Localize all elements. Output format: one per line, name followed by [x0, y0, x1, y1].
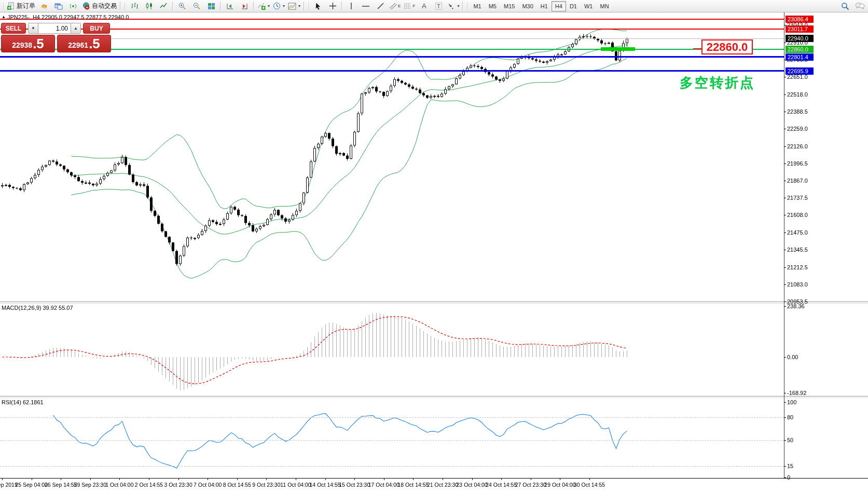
toolbar-separator — [304, 2, 305, 10]
highlighted-support-segment[interactable] — [601, 47, 635, 51]
tile-windows-button[interactable] — [204, 1, 218, 11]
price-level-line[interactable] — [0, 70, 784, 72]
timeframe-button-m1[interactable]: M1 — [470, 1, 485, 11]
price-tick-label: 21608.0 — [787, 212, 808, 218]
pane-separator-macd[interactable] — [0, 302, 868, 304]
timeframe-button-h1[interactable]: H1 — [537, 1, 552, 11]
time-axis-label: 7 Oct 04:00 — [194, 482, 222, 488]
symbol-title: JPN225-, H4 22905.0 22947.5 22877.5 2294… — [7, 14, 129, 20]
volume-decrease-button[interactable]: ▼ — [28, 23, 38, 34]
equidistant-channel-button[interactable]: E — [388, 1, 402, 11]
blue-window-icon-button[interactable] — [51, 1, 66, 11]
bar-chart-icon — [131, 2, 139, 10]
price-tick-label: 22126.0 — [787, 143, 808, 149]
price-tick-label: 22651.0 — [787, 74, 808, 80]
timeframe-button-m30[interactable]: M30 — [518, 1, 536, 11]
time-axis-label: 1 Oct 04:00 — [105, 482, 133, 488]
toolbar-grip — [307, 2, 310, 10]
indicators-button[interactable]: ▾ — [256, 1, 271, 11]
price-tick-label: 22259.0 — [787, 126, 808, 132]
rsi-tick-label: 100 — [787, 399, 796, 405]
price-level-label: 23011.7 — [786, 25, 814, 33]
bar-chart-button[interactable] — [127, 1, 142, 11]
new-order-button[interactable]: 新订单 — [6, 1, 37, 11]
buy-button[interactable]: BUY — [83, 23, 110, 34]
search-button[interactable] — [838, 1, 852, 11]
time-axis-label: 9 Oct 23:30 — [252, 482, 280, 488]
turning-point-note[interactable]: 多空转折点 — [680, 74, 755, 92]
price-tick-mark — [784, 250, 786, 250]
time-tick-mark — [237, 478, 238, 480]
line-chart-button[interactable] — [156, 1, 171, 11]
trendline-button[interactable] — [373, 1, 388, 11]
price-level-line[interactable] — [0, 56, 784, 58]
periods-button[interactable]: ▾ — [271, 1, 286, 11]
timeframe-button-h4[interactable]: H4 — [552, 1, 566, 11]
price-tick-mark — [784, 198, 786, 198]
time-axis-label: 18 Oct 14:55 — [397, 482, 429, 488]
text-button[interactable]: A — [417, 1, 431, 11]
timeframe-button-d1[interactable]: D1 — [566, 1, 581, 11]
price-tick-label: 21737.5 — [787, 195, 808, 201]
templates-button[interactable]: ▾ — [286, 1, 302, 11]
gold-icon-button[interactable] — [37, 1, 51, 11]
macd-tick-mark — [784, 393, 786, 393]
zoom-out-button[interactable] — [189, 1, 204, 11]
zoom-in-button[interactable] — [175, 1, 189, 11]
price-level-line[interactable] — [0, 38, 784, 39]
sell-button[interactable]: SELL — [1, 23, 26, 34]
price-annotation-box[interactable]: 22860.0 — [701, 39, 753, 54]
search-icon — [841, 2, 849, 10]
sell-price-button[interactable]: 22938 .5 — [1, 35, 55, 52]
auto-trading-label: 自动交易 — [92, 2, 117, 10]
toolbar: 新订单 自动交易 — [0, 0, 868, 12]
price-tick-label: 21867.0 — [787, 177, 808, 184]
chat-button[interactable] — [852, 1, 867, 11]
toolbar-grip — [466, 2, 469, 10]
horizontal-line-icon — [362, 3, 370, 10]
price-annotation-tick — [693, 48, 701, 49]
crosshair-button[interactable] — [325, 1, 340, 11]
price-tick-mark — [784, 94, 786, 95]
price-level-line[interactable] — [0, 49, 784, 50]
channel-tool-label: E — [398, 4, 401, 8]
time-axis-label: 26 Sep 14:55 — [45, 482, 77, 488]
volume-input[interactable] — [38, 23, 71, 34]
auto-scroll-button[interactable] — [223, 1, 237, 11]
time-axis-label: 29 Oct 04:00 — [544, 482, 575, 488]
chart-shift-button[interactable] — [237, 1, 252, 11]
fibonacci-button[interactable]: F — [402, 1, 417, 11]
vertical-line-button[interactable] — [344, 1, 359, 11]
pane-separator-rsi[interactable] — [0, 396, 868, 398]
macd-tick-label: 0.00 — [787, 354, 798, 360]
price-level-label: 22801.4 — [786, 53, 814, 61]
candlestick-chart-button[interactable] — [142, 1, 156, 11]
volume-increase-button[interactable]: ▲ — [71, 23, 81, 34]
time-axis-label: 8 Oct 14:55 — [223, 482, 251, 488]
signal-icon-button[interactable] — [66, 1, 80, 11]
sell-price: 22938 — [12, 40, 32, 50]
price-level-label: 22695.9 — [786, 67, 814, 75]
horizontal-line-button[interactable] — [359, 1, 373, 11]
timeframe-button-m5[interactable]: M5 — [485, 1, 500, 11]
macd-caption: MACD(12,26,9) 39.92 55.07 — [2, 305, 73, 311]
timeframe-button-w1[interactable]: W1 — [581, 1, 597, 11]
price-tick-mark — [784, 129, 786, 129]
time-axis-label: 25 Sep 04:00 — [15, 482, 47, 488]
timeframe-button-m15[interactable]: M15 — [500, 1, 518, 11]
cursor-button[interactable] — [311, 1, 325, 11]
crosshair-icon — [329, 2, 337, 10]
price-level-line[interactable] — [0, 29, 784, 30]
arrows-button[interactable]: ▾ — [446, 1, 461, 11]
text-label-button[interactable]: T — [431, 1, 446, 11]
timeframe-button-mn[interactable]: MN — [596, 1, 612, 11]
auto-trading-button[interactable]: 自动交易 — [80, 1, 118, 11]
fibonacci-icon — [404, 2, 412, 10]
sell-price-fraction: .5 — [33, 37, 44, 50]
time-tick-mark — [61, 478, 61, 480]
indicators-icon — [257, 2, 266, 10]
time-axis-label: 14 Oct 14:55 — [310, 482, 341, 488]
buy-price-button[interactable]: 22961 .5 — [57, 35, 111, 52]
price-level-label: 23086.4 — [786, 16, 814, 23]
channel-icon — [389, 2, 397, 10]
